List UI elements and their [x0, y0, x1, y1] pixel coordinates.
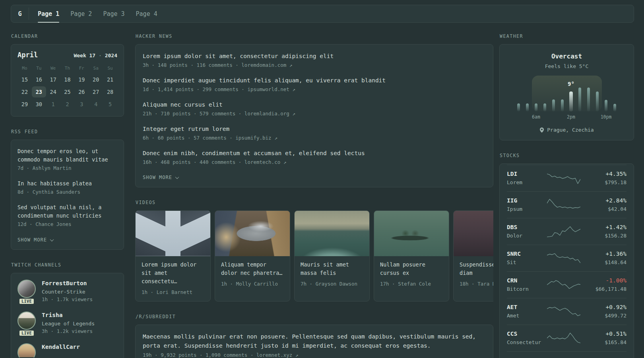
subreddit-card: Maecenas mollis pulvinar erat non posuer…: [135, 325, 493, 358]
video-card[interactable]: Nullam posuere cursus ex 17h · Stefan Co…: [374, 210, 449, 302]
calendar-week-year: Week 17 · 2024: [74, 53, 117, 58]
video-title[interactable]: Nullam posuere cursus ex: [380, 261, 443, 277]
avatar[interactable]: [17, 311, 36, 330]
stock-row[interactable]: DBS Dolor +1.42% $156.28: [507, 218, 627, 245]
weather-time-label: 6am: [532, 114, 540, 120]
subreddit-widget-title: /R/SUBREDDIT: [136, 314, 493, 319]
calendar-day: 3: [74, 99, 89, 110]
rss-item-title[interactable]: In hac habitasse platea: [17, 179, 117, 188]
twitch-channel-name[interactable]: ForrestBurton: [42, 280, 93, 287]
hackernews-item: Donec enim nibh, condimentum et accumsan…: [143, 149, 486, 165]
twitch-channel-row[interactable]: LIVE ForrestBurton Counter-Strike 1h · 1…: [17, 280, 117, 302]
hackernews-item-title[interactable]: Donec enim nibh, condimentum et accumsan…: [143, 149, 486, 158]
video-title[interactable]: Mauris sit amet massa felis: [301, 261, 363, 277]
weather-bar: [543, 103, 546, 111]
calendar-day-headers: MoTuWeThFrSaSu: [17, 65, 117, 72]
video-thumbnail[interactable]: [136, 211, 210, 256]
video-thumbnail[interactable]: [374, 211, 449, 256]
calendar-day: 27: [89, 86, 103, 97]
stock-row[interactable]: IIG Ipsum +2.84% $42.04: [507, 191, 627, 218]
hackernews-item-title[interactable]: Integer eget rutrum lorem: [143, 125, 486, 133]
stock-row[interactable]: CCS Consectetur +0.51% $165.84: [507, 325, 627, 351]
nav-page-tab[interactable]: Page 3: [103, 5, 124, 22]
hackernews-item: Integer eget rutrum lorem 6h · 60 points…: [143, 125, 486, 141]
weather-feels-like: Feels like 5°C: [500, 63, 634, 69]
hackernews-item-title[interactable]: Aliquam nec cursus elit: [143, 100, 486, 109]
weather-chart: 9°: [514, 76, 619, 111]
stock-identity: DBS Dolor: [507, 224, 545, 239]
video-card[interactable]: Suspendisse quis diam 18h · Tara Daniels: [453, 210, 493, 302]
calendar-widget: CALENDAR April Week 17 · 2024 MoTuWeThFr…: [11, 33, 124, 117]
weather-location: Prague, Czechia: [547, 127, 594, 133]
nav-page-tab[interactable]: Page 2: [70, 5, 92, 22]
hackernews-item-title[interactable]: Lorem ipsum dolor sit amet, consectetur …: [143, 52, 486, 60]
twitch-channel-row[interactable]: LIVE Trisha League of Legends 3h · 1.2k …: [17, 311, 117, 334]
calendar-year: 2024: [105, 53, 117, 58]
stock-name: Amet: [507, 313, 545, 319]
stock-change: +2.84%: [582, 197, 627, 204]
twitch-channel-meta: 1h · 1.7k viewers: [42, 296, 93, 302]
stock-sparkline: [547, 198, 580, 212]
avatar[interactable]: [17, 343, 36, 358]
stock-row[interactable]: LDI Lorem +4.35% $795.18: [507, 165, 627, 191]
stock-price: $148.64: [582, 259, 627, 265]
calendar-dow-label: Fr: [74, 65, 89, 72]
subreddit-post-title[interactable]: Maecenas mollis pulvinar erat non posuer…: [143, 332, 486, 350]
video-title[interactable]: Lorem ipsum dolor sit amet consectetu…: [142, 261, 204, 286]
stock-row[interactable]: CRN Bitcorn -1.00% $66,171.48: [507, 271, 627, 298]
calendar-day: 1: [46, 99, 60, 110]
video-card[interactable]: Lorem ipsum dolor sit amet consectetu… 1…: [135, 210, 211, 302]
weather-current-temp: 9°: [568, 81, 574, 87]
twitch-channel-name[interactable]: Trisha: [42, 311, 95, 319]
live-badge: LIVE: [19, 298, 35, 305]
stock-row[interactable]: AHS +0.46%: [507, 351, 627, 358]
rss-card: Donec tempor eros leo, ut commodo mauris…: [11, 140, 124, 250]
rss-item: Donec tempor eros leo, ut commodo mauris…: [17, 147, 117, 171]
nav-page-tab[interactable]: Page 4: [136, 5, 157, 22]
twitch-channel-row[interactable]: LIVE KendallCarr: [17, 343, 117, 358]
twitch-channel-name[interactable]: KendallCarr: [42, 343, 80, 350]
twitch-card: LIVE ForrestBurton Counter-Strike 1h · 1…: [11, 273, 124, 358]
rss-show-more-button[interactable]: SHOW MORE: [17, 237, 53, 243]
twitch-channel-game[interactable]: League of Legends: [42, 321, 95, 327]
hackernews-item-meta: 21h · 710 points · 579 comments · loreml…: [143, 111, 486, 117]
calendar-dow-label: Mo: [17, 65, 32, 72]
stock-values: +0.92% $499.72: [582, 304, 627, 319]
video-meta: 7h · Grayson Dawson: [301, 281, 363, 287]
separator-dot: ·: [99, 53, 102, 58]
video-thumbnail[interactable]: [295, 211, 369, 256]
stocks-widget-title: STOCKS: [500, 153, 634, 158]
rss-item-title[interactable]: Donec tempor eros leo, ut commodo mauris…: [17, 147, 117, 164]
calendar-day: 26: [74, 86, 89, 97]
stock-symbol: SNRC: [507, 251, 545, 257]
dashboard-columns: CALENDAR April Week 17 · 2024 MoTuWeThFr…: [0, 33, 644, 358]
nav-page-tab[interactable]: Page 1: [38, 5, 59, 22]
left-column: CALENDAR April Week 17 · 2024 MoTuWeThFr…: [11, 33, 124, 358]
video-meta: 18h · Tara Daniels: [460, 281, 493, 287]
calendar-day: 22: [17, 86, 32, 97]
rss-item: Sed volutpat nulla nisl, a condimentum n…: [17, 203, 117, 227]
hackernews-show-more-label: SHOW MORE: [143, 175, 172, 180]
video-meta: 17h · Stefan Cole: [380, 281, 443, 287]
right-column: WEATHER Overcast Feels like 5°C 9° 6am2p…: [499, 33, 634, 358]
stock-row[interactable]: AET Amet +0.92% $499.72: [507, 298, 627, 325]
hackernews-item-title[interactable]: Donec imperdiet augue tincidunt felis al…: [143, 76, 486, 85]
video-title[interactable]: Suspendisse quis diam: [460, 261, 493, 277]
stock-sparkline: [547, 331, 580, 345]
stock-row[interactable]: SNRC Sit +1.36% $148.64: [507, 245, 627, 271]
avatar[interactable]: [17, 280, 36, 298]
video-title[interactable]: Aliquam tempor dolor nec pharetra…: [221, 261, 284, 277]
twitch-channel-game[interactable]: Counter-Strike: [42, 289, 93, 295]
hackernews-item: Donec imperdiet augue tincidunt felis al…: [143, 76, 486, 92]
stock-values: +0.51% $165.84: [582, 331, 627, 345]
video-thumbnail[interactable]: [215, 211, 290, 256]
video-card[interactable]: Mauris sit amet massa felis 7h · Grayson…: [294, 210, 370, 302]
rss-item-title[interactable]: Sed volutpat nulla nisl, a condimentum n…: [17, 203, 117, 220]
hackernews-show-more-button[interactable]: SHOW MORE: [143, 175, 178, 180]
video-card[interactable]: Aliquam tempor dolor nec pharetra… 1h · …: [215, 210, 290, 302]
stock-name: Ipsum: [507, 206, 545, 212]
app-logo[interactable]: G: [11, 5, 29, 22]
video-thumbnail[interactable]: [454, 211, 493, 256]
videos-widget-title: VIDEOS: [136, 200, 493, 205]
stock-price: $42.04: [582, 206, 627, 212]
